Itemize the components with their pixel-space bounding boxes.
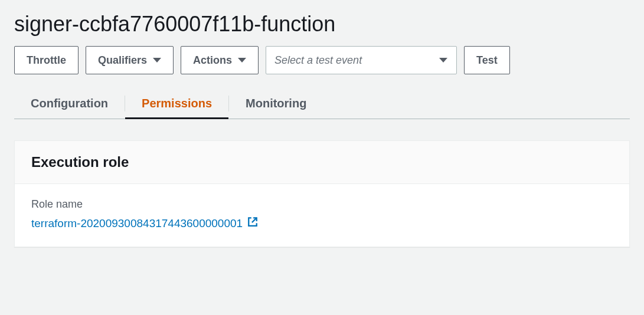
external-link-icon [247, 216, 258, 230]
caret-down-icon [238, 58, 246, 63]
role-name-label: Role name [31, 198, 613, 211]
role-name-value: terraform-20200930084317443600000001 [31, 217, 243, 230]
caret-down-icon [153, 58, 161, 63]
panel-title: Execution role [31, 154, 613, 170]
test-event-placeholder: Select a test event [274, 54, 362, 67]
toolbar: Throttle Qualifiers Actions Select a tes… [0, 46, 644, 88]
actions-button[interactable]: Actions [181, 46, 259, 74]
tab-permissions[interactable]: Permissions [125, 88, 228, 119]
test-button-label: Test [476, 54, 498, 67]
qualifiers-button-label: Qualifiers [98, 54, 147, 67]
tabs: Configuration Permissions Monitoring [14, 88, 630, 119]
test-event-select[interactable]: Select a test event [266, 46, 457, 74]
panel-body: Role name terraform-20200930084317443600… [15, 184, 629, 247]
test-button[interactable]: Test [464, 46, 510, 74]
role-name-link[interactable]: terraform-20200930084317443600000001 [31, 216, 258, 230]
throttle-button[interactable]: Throttle [14, 46, 79, 74]
qualifiers-button[interactable]: Qualifiers [86, 46, 174, 74]
throttle-button-label: Throttle [27, 54, 66, 67]
tab-configuration[interactable]: Configuration [14, 88, 125, 119]
actions-button-label: Actions [193, 54, 232, 67]
test-event-select-wrap: Select a test event [266, 46, 457, 74]
execution-role-panel: Execution role Role name terraform-20200… [14, 140, 630, 247]
tab-monitoring[interactable]: Monitoring [229, 88, 323, 119]
page-title: signer-ccbfa7760007f11b-function [0, 0, 644, 46]
panel-header: Execution role [15, 141, 629, 184]
